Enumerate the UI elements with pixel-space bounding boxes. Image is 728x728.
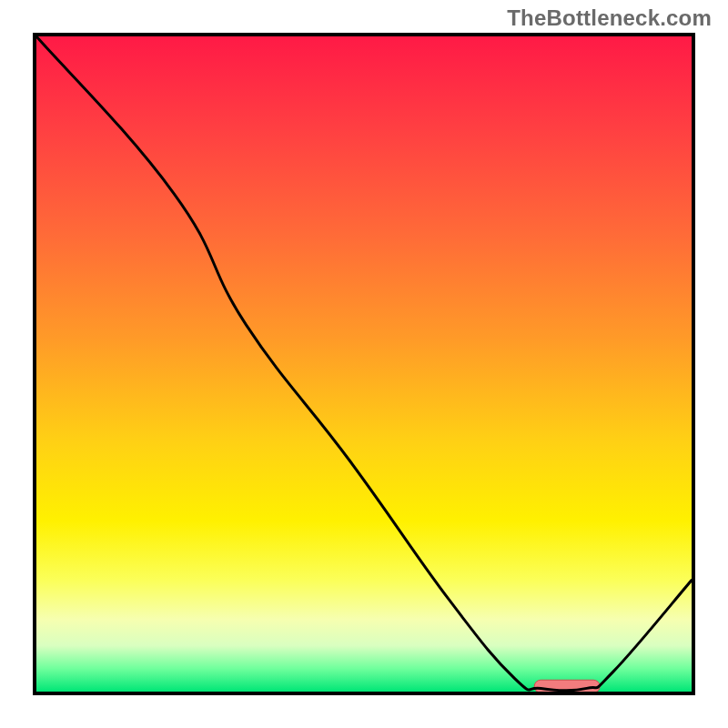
chart-svg (36, 36, 692, 692)
chart-background (36, 36, 692, 692)
chart-container: { "watermark": "TheBottleneck.com", "col… (0, 0, 728, 728)
plot-area (33, 33, 695, 695)
watermark-text: TheBottleneck.com (507, 5, 712, 31)
